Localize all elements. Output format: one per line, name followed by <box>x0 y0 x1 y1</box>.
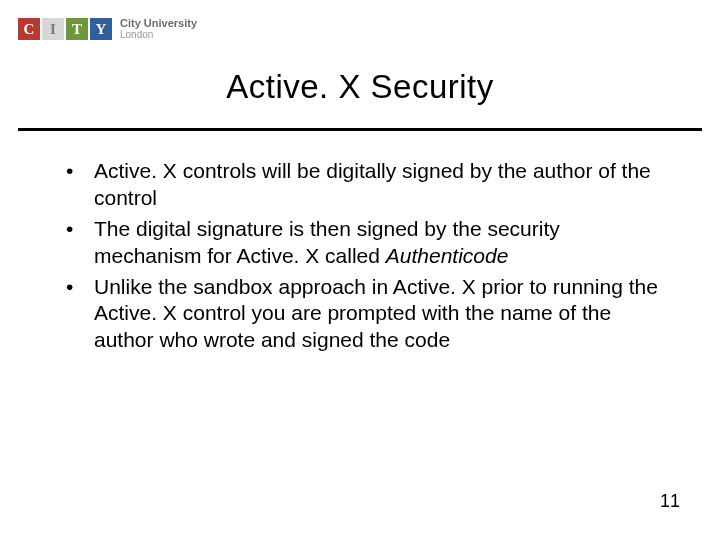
bullet-text: Unlike the sandbox approach in Active. X… <box>94 275 658 352</box>
logo-tile-i: I <box>42 18 64 40</box>
logo-tile-c: C <box>18 18 40 40</box>
slide: C I T Y City University London Active. X… <box>0 0 720 540</box>
logo-university-name: City University <box>120 18 197 30</box>
logo-location: London <box>120 30 197 41</box>
logo-tiles: C I T Y <box>18 18 112 40</box>
bullet-item: The digital signature is then signed by … <box>62 216 662 270</box>
slide-body: Active. X controls will be digitally sig… <box>62 158 662 358</box>
bullet-item: Unlike the sandbox approach in Active. X… <box>62 274 662 355</box>
university-logo: C I T Y City University London <box>18 18 197 40</box>
page-number: 11 <box>660 491 680 512</box>
logo-tile-t: T <box>66 18 88 40</box>
title-underline <box>18 128 702 131</box>
slide-title: Active. X Security <box>0 68 720 106</box>
logo-text: City University London <box>120 18 197 40</box>
logo-tile-y: Y <box>90 18 112 40</box>
bullet-italic: Authenticode <box>386 244 509 267</box>
bullet-list: Active. X controls will be digitally sig… <box>62 158 662 354</box>
bullet-item: Active. X controls will be digitally sig… <box>62 158 662 212</box>
bullet-text: Active. X controls will be digitally sig… <box>94 159 651 209</box>
